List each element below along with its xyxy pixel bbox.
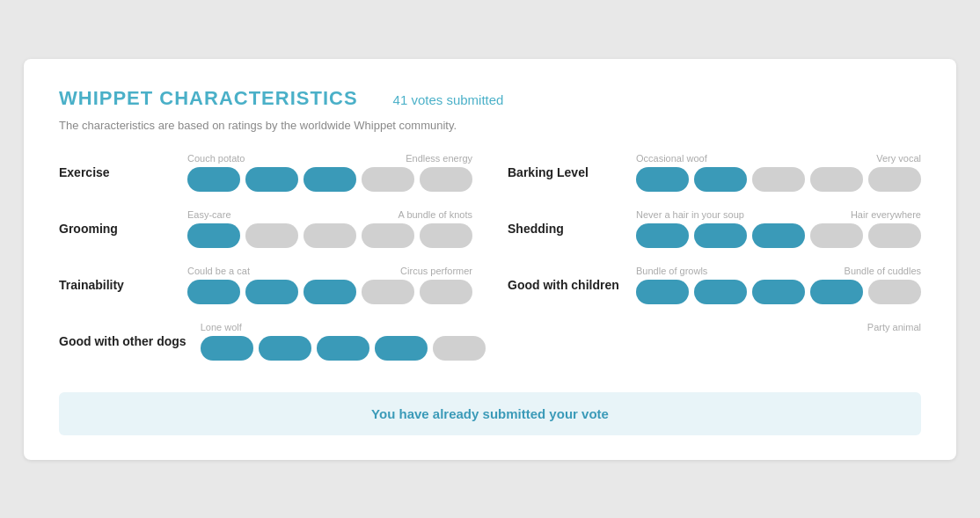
bar-shedding-2 xyxy=(694,223,747,248)
label-right-shedding: Hair everywhere xyxy=(851,209,921,220)
page-title: WHIPPET CHARACTERISTICS xyxy=(59,87,358,110)
bar-good-with-children-2 xyxy=(694,280,747,304)
char-row-trainability: TrainabilityCould be a catCircus perform… xyxy=(59,266,472,304)
bars-good-with-children xyxy=(636,280,921,304)
char-label-grooming: Grooming xyxy=(59,222,173,236)
bar-grooming-5 xyxy=(420,223,472,248)
label-right-barking: Very vocal xyxy=(876,153,921,164)
char-label-shedding: Shedding xyxy=(508,222,622,236)
label-right-exercise: Endless energy xyxy=(406,153,472,164)
bar-exercise-2 xyxy=(245,167,298,192)
bar-group-shedding: Never a hair in your soupHair everywhere xyxy=(636,209,921,248)
char-label-trainability: Trainability xyxy=(59,278,173,292)
char-row-barking: Barking LevelOccasional woofVery vocal xyxy=(508,153,921,192)
bar-exercise-3 xyxy=(304,167,356,192)
bars-exercise xyxy=(187,167,472,192)
submit-banner: You have already submitted your vote xyxy=(59,392,921,435)
bar-group-exercise: Couch potatoEndless energy xyxy=(187,153,472,192)
bar-trainability-1 xyxy=(187,280,240,304)
char-label-exercise: Exercise xyxy=(59,165,173,179)
label-right-good-with-children: Bundle of cuddles xyxy=(845,266,921,276)
bar-grooming-3 xyxy=(304,223,356,248)
bar-group-trainability: Could be a catCircus performer xyxy=(187,266,472,304)
bar-good-with-dogs-4 xyxy=(375,336,428,361)
bar-barking-1 xyxy=(636,167,689,192)
bar-exercise-1 xyxy=(187,167,240,192)
label-right-grooming: A bundle of knots xyxy=(399,209,472,220)
bar-good-with-dogs-3 xyxy=(317,336,369,361)
bar-shedding-3 xyxy=(752,223,805,248)
label-left-grooming: Easy-care xyxy=(187,209,231,220)
bar-exercise-4 xyxy=(362,167,414,192)
bar-group-barking: Occasional woofVery vocal xyxy=(636,153,921,192)
bar-trainability-4 xyxy=(362,280,414,304)
bar-barking-2 xyxy=(694,167,747,192)
char-row-grooming: GroomingEasy-careA bundle of knots xyxy=(59,209,472,248)
label-left-trainability: Could be a cat xyxy=(187,266,250,276)
bar-trainability-2 xyxy=(245,280,298,304)
label-right-good-with-dogs: Party animal xyxy=(867,322,921,332)
bar-trainability-5 xyxy=(420,280,472,304)
bar-good-with-children-1 xyxy=(636,280,689,304)
characteristics-grid: ExerciseCouch potatoEndless energyBarkin… xyxy=(59,153,921,378)
char-label-barking: Barking Level xyxy=(508,165,622,179)
bar-group-good-with-children: Bundle of growlsBundle of cuddles xyxy=(636,266,921,304)
label-left-good-with-children: Bundle of growls xyxy=(636,266,707,276)
char-row-shedding: SheddingNever a hair in your soupHair ev… xyxy=(508,209,921,248)
bar-good-with-children-5 xyxy=(868,280,921,304)
bar-barking-5 xyxy=(868,167,921,192)
bar-barking-4 xyxy=(810,167,863,192)
bar-shedding-5 xyxy=(868,223,921,248)
bar-grooming-1 xyxy=(187,223,240,248)
bars-shedding xyxy=(636,223,921,248)
bar-group-good-with-dogs: Lone wolfParty animal xyxy=(201,322,921,361)
bar-grooming-2 xyxy=(245,223,298,248)
label-left-good-with-dogs: Lone wolf xyxy=(201,322,242,332)
char-row-exercise: ExerciseCouch potatoEndless energy xyxy=(59,153,472,192)
bars-trainability xyxy=(187,280,472,304)
bar-group-grooming: Easy-careA bundle of knots xyxy=(187,209,472,248)
bar-good-with-dogs-1 xyxy=(201,336,253,361)
label-left-shedding: Never a hair in your soup xyxy=(636,209,744,220)
bar-trainability-3 xyxy=(304,280,356,304)
main-card: WHIPPET CHARACTERISTICS 41 votes submitt… xyxy=(24,59,956,460)
bars-barking xyxy=(636,167,921,192)
bar-barking-3 xyxy=(752,167,805,192)
char-row-good-with-children: Good with childrenBundle of growlsBundle… xyxy=(508,266,921,304)
char-row-good-with-dogs: Good with other dogsLone wolfParty anima… xyxy=(59,322,921,361)
header-row: WHIPPET CHARACTERISTICS 41 votes submitt… xyxy=(59,87,921,110)
bar-shedding-1 xyxy=(636,223,689,248)
bar-good-with-children-4 xyxy=(810,280,863,304)
bar-good-with-dogs-2 xyxy=(259,336,311,361)
label-right-trainability: Circus performer xyxy=(400,266,472,276)
bar-shedding-4 xyxy=(810,223,863,248)
bar-good-with-children-3 xyxy=(752,280,805,304)
char-label-good-with-children: Good with children xyxy=(508,278,622,292)
bar-grooming-4 xyxy=(362,223,414,248)
subtitle: The characteristics are based on ratings… xyxy=(59,119,921,132)
char-label-good-with-dogs: Good with other dogs xyxy=(59,334,186,348)
bar-exercise-5 xyxy=(420,167,472,192)
label-left-barking: Occasional woof xyxy=(636,153,707,164)
bar-good-with-dogs-5 xyxy=(433,336,486,361)
votes-count: 41 votes submitted xyxy=(393,92,504,107)
bars-grooming xyxy=(187,223,472,248)
label-left-exercise: Couch potato xyxy=(187,153,245,164)
bars-good-with-dogs xyxy=(201,336,921,361)
